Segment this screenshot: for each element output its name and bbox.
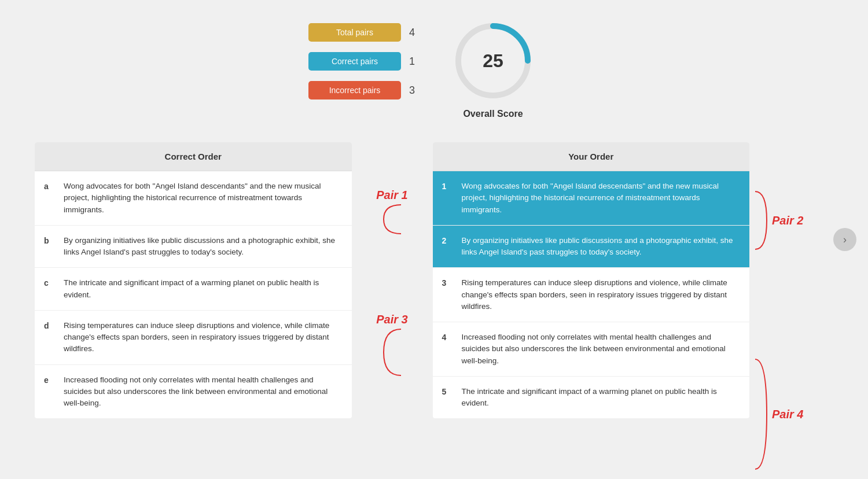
your-row-label-0: 1 [442,180,454,191]
your-row-text-2: Rising temperatures can induce sleep dis… [462,277,741,312]
pair1-label: Pair 1 [376,189,407,202]
correct-row-label-1: b [44,235,56,245]
your-row-label-4: 5 [442,386,454,396]
total-pairs-badge: Total pairs [308,23,401,42]
score-value: 25 [483,50,503,72]
your-row-label-1: 2 [442,235,454,245]
your-order-header: Your Order [433,142,750,171]
right-pair-annotations: Pair 2 Pair 4 [752,142,810,418]
pair-annotations: Pair 1 Pair 3 [358,142,427,418]
correct-order-header: Correct Order [35,142,352,171]
your-row-text-3: Increased flooding not only correlates w… [462,331,741,367]
pair4-annotation: Pair 4 [752,356,803,472]
correct-pairs-count: 1 [409,56,415,68]
your-row-2: 3 Rising temperatures can induce sleep d… [433,268,750,322]
pair3-bracket [378,326,407,378]
pair3-label: Pair 3 [376,313,407,326]
pair2-annotation: Pair 2 [752,189,803,252]
pair3-annotation: Pair 3 [358,313,427,378]
pair4-bracket-right [752,356,770,472]
stats-section: Total pairs 4 Correct pairs 1 Incorrect … [35,17,810,119]
next-nav-button[interactable]: › [833,228,856,251]
correct-pairs-badge: Correct pairs [308,52,401,71]
total-pairs-count: 4 [409,27,415,39]
total-pairs-row: Total pairs 4 [308,23,415,42]
correct-row-text-2: The intricate and significant impact of … [64,277,343,301]
your-row-3: 4 Increased flooding not only correlates… [433,322,750,377]
pair2-bracket-right [752,189,770,252]
correct-row-3: d Rising temperatures can induce sleep d… [35,311,352,365]
incorrect-pairs-badge: Incorrect pairs [308,81,401,100]
your-order-table: Your Order 1 Wong advocates for both "An… [433,142,750,418]
correct-row-0: a Wong advocates for both "Angel Island … [35,171,352,226]
correct-order-rows: a Wong advocates for both "Angel Island … [35,171,352,418]
correct-pairs-row: Correct pairs 1 [308,52,415,71]
pair1-bracket [378,202,407,237]
correct-row-label-2: c [44,277,56,288]
overall-score-label: Overall Score [463,109,523,119]
correct-row-text-4: Increased flooding not only correlates w… [64,374,343,410]
your-row-text-1: By organizing initiatives like public di… [462,235,741,259]
your-row-label-3: 4 [442,331,454,342]
stats-labels: Total pairs 4 Correct pairs 1 Incorrect … [308,23,415,100]
donut-chart: 25 [450,17,536,104]
your-row-0: 1 Wong advocates for both "Angel Island … [433,171,750,226]
correct-row-text-1: By organizing initiatives like public di… [64,235,343,259]
incorrect-pairs-row: Incorrect pairs 3 [308,81,415,100]
correct-row-1: b By organizing initiatives like public … [35,226,352,268]
score-section: 25 Overall Score [450,17,536,119]
your-row-1: 2 By organizing initiatives like public … [433,226,750,268]
correct-order-table: Correct Order a Wong advocates for both … [35,142,352,418]
your-row-text-4: The intricate and significant impact of … [462,386,741,410]
correct-row-label-0: a [44,180,56,191]
pair2-label: Pair 2 [772,214,803,227]
chevron-right-icon: › [843,234,847,246]
your-row-label-2: 3 [442,277,454,288]
correct-row-label-3: d [44,320,56,330]
correct-row-label-4: e [44,374,56,385]
correct-row-2: c The intricate and significant impact o… [35,268,352,311]
correct-row-text-3: Rising temperatures can induce sleep dis… [64,320,343,355]
pair4-label: Pair 4 [772,408,803,421]
pair1-annotation: Pair 1 [358,189,427,237]
correct-row-4: e Increased flooding not only correlates… [35,365,352,419]
your-row-4: 5 The intricate and significant impact o… [433,377,750,419]
incorrect-pairs-count: 3 [409,84,415,97]
your-row-text-0: Wong advocates for both "Angel Island de… [462,180,741,216]
correct-row-text-0: Wong advocates for both "Angel Island de… [64,180,343,216]
your-order-rows: 1 Wong advocates for both "Angel Island … [433,171,750,418]
